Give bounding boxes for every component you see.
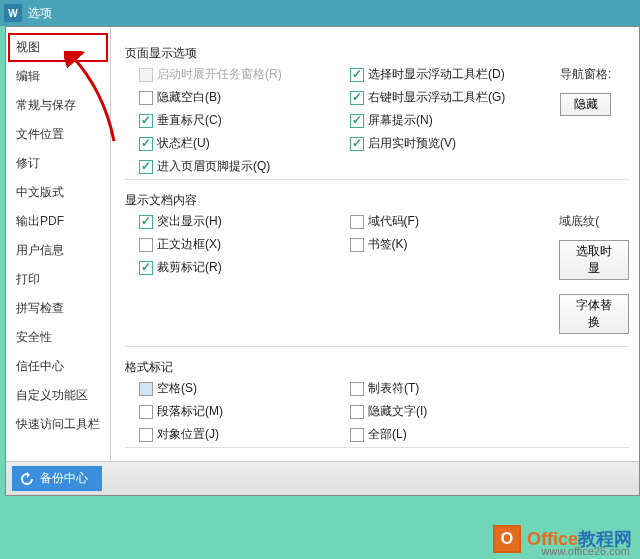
sidebar-item-export-pdf[interactable]: 输出PDF [6, 207, 110, 236]
checkbox[interactable] [139, 428, 153, 442]
checkbox[interactable] [139, 160, 153, 174]
sidebar-item-label: 文件位置 [16, 127, 64, 141]
title-bar: W 选项 [0, 0, 640, 26]
checkbox-label: 正文边框(X) [157, 236, 221, 253]
sidebar-item-revision[interactable]: 修订 [6, 149, 110, 178]
cb-crop-marks[interactable]: 裁剪标记(R) [139, 259, 350, 276]
cb-vertical-ruler[interactable]: 垂直标尺(C) [139, 112, 350, 129]
checkbox-label: 全部(L) [368, 426, 407, 443]
window-title: 选项 [28, 5, 52, 22]
app-icon: W [4, 4, 22, 22]
sidebar-item-user-info[interactable]: 用户信息 [6, 236, 110, 265]
checkbox[interactable] [350, 68, 364, 82]
cb-object-position[interactable]: 对象位置(J) [139, 426, 350, 443]
checkbox-label: 隐藏文字(I) [368, 403, 427, 420]
sidebar-item-label: 拼写检查 [16, 301, 64, 315]
cb-spaces[interactable]: 空格(S) [139, 380, 350, 397]
sidebar-item-label: 中文版式 [16, 185, 64, 199]
sidebar-item-print[interactable]: 打印 [6, 265, 110, 294]
font-substitution-button[interactable]: 字体替换 [559, 294, 629, 334]
checkbox-label: 隐藏空白(B) [157, 89, 221, 106]
checkbox[interactable] [139, 91, 153, 105]
backup-center-button[interactable]: 备份中心 [12, 466, 102, 491]
sidebar-item-security[interactable]: 安全性 [6, 323, 110, 352]
checkbox[interactable] [350, 91, 364, 105]
content-panel: 页面显示选项 启动时展开任务窗格(R) 隐藏空白(B) 垂直标尺(C) 状态栏(… [111, 27, 639, 461]
sidebar-item-label: 视图 [16, 40, 40, 54]
group-format-marks: 格式标记 空格(S) 段落标记(M) 对象位置(J) 制表符(T) 隐藏文字(I… [125, 346, 629, 443]
checkbox[interactable] [139, 261, 153, 275]
button-label: 隐藏 [574, 97, 598, 111]
cb-header-footer-hint[interactable]: 进入页眉页脚提示(Q) [139, 158, 350, 175]
group-doc-content: 显示文档内容 突出显示(H) 正文边框(X) 裁剪标记(R) 域代码(F) 书签… [125, 179, 629, 342]
cb-live-preview[interactable]: 启用实时预览(V) [350, 135, 560, 152]
checkbox[interactable] [139, 382, 153, 396]
checkbox[interactable] [350, 215, 364, 229]
sidebar-item-label: 打印 [16, 272, 40, 286]
checkbox-label: 进入页眉页脚提示(Q) [157, 158, 270, 175]
checkbox[interactable] [350, 114, 364, 128]
sidebar-item-label: 输出PDF [16, 214, 64, 228]
button-label: 备份中心 [40, 470, 88, 487]
checkbox[interactable] [350, 405, 364, 419]
cb-float-toolbar-rclick[interactable]: 右键时显示浮动工具栏(G) [350, 89, 560, 106]
watermark-url: www.office26.com [542, 545, 630, 557]
checkbox [139, 68, 153, 82]
cb-hidden-text[interactable]: 隐藏文字(I) [350, 403, 560, 420]
cb-float-toolbar-select[interactable]: 选择时显示浮动工具栏(D) [350, 66, 560, 83]
group-title: 显示文档内容 [125, 192, 629, 209]
sidebar-item-quick-access[interactable]: 快速访问工具栏 [6, 410, 110, 439]
sidebar-item-trust-center[interactable]: 信任中心 [6, 352, 110, 381]
checkbox-label: 突出显示(H) [157, 213, 222, 230]
cb-tabs[interactable]: 制表符(T) [350, 380, 560, 397]
field-shading-button[interactable]: 选取时显 [559, 240, 629, 280]
sidebar-item-customize-ribbon[interactable]: 自定义功能区 [6, 381, 110, 410]
cb-all[interactable]: 全部(L) [350, 426, 560, 443]
sidebar-item-label: 常规与保存 [16, 98, 76, 112]
checkbox[interactable] [139, 238, 153, 252]
sidebar-item-label: 安全性 [16, 330, 52, 344]
sidebar-item-file-location[interactable]: 文件位置 [6, 120, 110, 149]
checkbox[interactable] [139, 114, 153, 128]
dialog-body: 视图 编辑 常规与保存 文件位置 修订 中文版式 输出PDF 用户信息 打印 拼… [6, 27, 639, 461]
cb-screen-tips[interactable]: 屏幕提示(N) [350, 112, 560, 129]
checkbox[interactable] [139, 405, 153, 419]
button-label: 字体替换 [576, 298, 612, 329]
checkbox-label: 垂直标尺(C) [157, 112, 222, 129]
sidebar-item-general-save[interactable]: 常规与保存 [6, 91, 110, 120]
backup-icon [20, 472, 34, 486]
sidebar-item-label: 用户信息 [16, 243, 64, 257]
checkbox-label: 制表符(T) [368, 380, 419, 397]
options-dialog: 视图 编辑 常规与保存 文件位置 修订 中文版式 输出PDF 用户信息 打印 拼… [5, 26, 640, 496]
checkbox[interactable] [350, 238, 364, 252]
dialog-footer: 备份中心 [6, 461, 639, 495]
checkbox[interactable] [350, 382, 364, 396]
sidebar-item-label: 修订 [16, 156, 40, 170]
checkbox-label: 状态栏(U) [157, 135, 210, 152]
cb-bookmarks[interactable]: 书签(K) [350, 236, 560, 253]
checkbox-label: 段落标记(M) [157, 403, 223, 420]
cb-hide-blank[interactable]: 隐藏空白(B) [139, 89, 350, 106]
checkbox[interactable] [139, 215, 153, 229]
cb-status-bar[interactable]: 状态栏(U) [139, 135, 350, 152]
sidebar-item-spellcheck[interactable]: 拼写检查 [6, 294, 110, 323]
sidebar-item-chinese-layout[interactable]: 中文版式 [6, 178, 110, 207]
cb-field-codes[interactable]: 域代码(F) [350, 213, 560, 230]
checkbox[interactable] [350, 428, 364, 442]
sidebar-item-label: 自定义功能区 [16, 388, 88, 402]
checkbox-label: 裁剪标记(R) [157, 259, 222, 276]
checkbox-label: 屏幕提示(N) [368, 112, 433, 129]
sidebar: 视图 编辑 常规与保存 文件位置 修订 中文版式 输出PDF 用户信息 打印 拼… [6, 27, 111, 461]
nav-pane-label: 导航窗格: [560, 66, 611, 83]
checkbox[interactable] [350, 137, 364, 151]
nav-pane-button[interactable]: 隐藏 [560, 93, 611, 116]
sidebar-item-view[interactable]: 视图 [8, 33, 108, 62]
group-ribbon: 功能区选项 双击选项卡时隐藏功能区(A) 单击方框时打勾(O) 打开文件，展示智… [125, 447, 629, 461]
checkbox-label: 域代码(F) [368, 213, 419, 230]
sidebar-item-edit[interactable]: 编辑 [6, 62, 110, 91]
checkbox-label: 对象位置(J) [157, 426, 219, 443]
cb-paragraph-marks[interactable]: 段落标记(M) [139, 403, 350, 420]
cb-highlight[interactable]: 突出显示(H) [139, 213, 350, 230]
checkbox[interactable] [139, 137, 153, 151]
cb-text-border[interactable]: 正文边框(X) [139, 236, 350, 253]
